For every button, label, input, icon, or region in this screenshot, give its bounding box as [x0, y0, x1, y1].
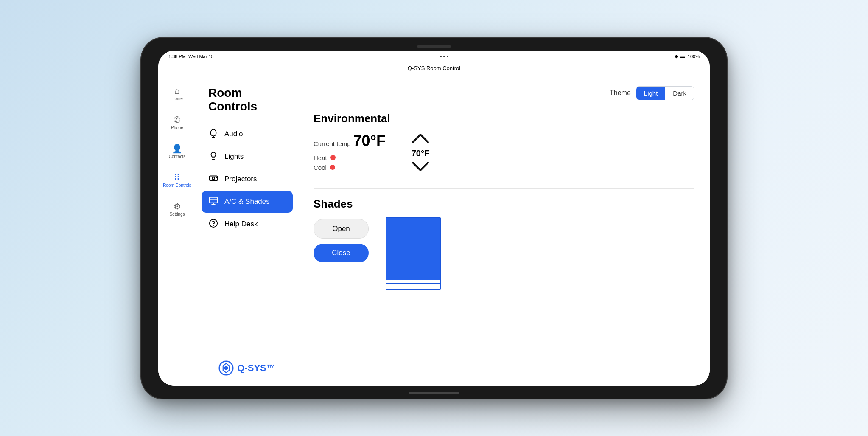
status-dot-3 [447, 56, 448, 57]
qsys-logo-text: Q-SYS™ [237, 363, 275, 374]
main-content: ⌂ Home ✆ Phone 👤 Contacts ⠿ Room Control… [158, 74, 710, 386]
temp-control: 70°F [411, 132, 430, 175]
svg-rect-3 [210, 176, 217, 180]
sidebar-item-phone-label: Phone [171, 125, 183, 130]
menu-item-help-desk[interactable]: Help Desk [202, 214, 293, 235]
menu-item-ac-shades[interactable]: A/C & Shades [202, 191, 293, 213]
menu-items-list: Audio Lights [196, 124, 298, 235]
heat-indicator [330, 155, 336, 160]
status-bar: 1:38 PM Wed Mar 15 ◆ ▬ 100% [158, 51, 710, 62]
menu-panel: RoomControls Audio [196, 74, 298, 386]
room-controls-icon: ⠿ [174, 173, 180, 182]
ac-shades-icon [208, 196, 218, 208]
status-date: Wed Mar 15 [188, 54, 214, 59]
help-desk-icon [208, 219, 218, 230]
menu-item-help-desk-label: Help Desk [224, 220, 258, 228]
current-temp-value: 70°F [353, 132, 386, 150]
temp-setpoint-value: 70°F [412, 149, 429, 158]
section-divider [314, 188, 694, 189]
status-bar-center [440, 56, 448, 57]
qsys-logo: Q-SYS™ [218, 360, 275, 376]
env-left: Current temp 70°F Heat Cool [314, 132, 386, 171]
app-title: Q-SYS Room Control [408, 65, 460, 71]
contacts-icon: 👤 [172, 144, 182, 153]
heat-cool-row: Heat Cool [314, 154, 386, 171]
sidebar-nav: ⌂ Home ✆ Phone 👤 Contacts ⠿ Room Control… [158, 74, 196, 386]
sidebar-item-room-controls-label: Room Controls [163, 183, 191, 188]
cool-indicator [330, 165, 335, 170]
tablet-frame: 1:38 PM Wed Mar 15 ◆ ▬ 100% Q-SYS Room C… [141, 38, 727, 399]
temp-up-button[interactable] [411, 132, 430, 146]
shade-fill [386, 218, 440, 280]
phone-icon: ✆ [174, 115, 181, 124]
sidebar-item-settings-label: Settings [169, 212, 185, 217]
content-panel: Theme Light Dark Environmental Current t… [298, 74, 710, 386]
theme-row: Theme Light Dark [314, 86, 694, 100]
sidebar-item-contacts[interactable]: 👤 Contacts [161, 139, 193, 164]
svg-point-13 [224, 366, 228, 370]
theme-label: Theme [610, 89, 631, 97]
title-bar: Q-SYS Room Control [158, 62, 710, 74]
environmental-section: Environmental Current temp 70°F Heat [314, 112, 694, 175]
status-bar-left: 1:38 PM Wed Mar 15 [168, 54, 214, 59]
menu-footer: Q-SYS™ [196, 350, 298, 386]
theme-dark-button[interactable]: Dark [665, 87, 694, 100]
sidebar-item-contacts-label: Contacts [169, 154, 185, 159]
menu-item-audio-label: Audio [224, 130, 243, 138]
lights-icon [208, 151, 218, 163]
menu-item-projectors[interactable]: Projectors [202, 169, 293, 190]
shade-bottom-bar [386, 283, 440, 289]
environmental-content: Current temp 70°F Heat Cool [314, 132, 694, 175]
temp-down-button[interactable] [411, 161, 430, 175]
shades-title: Shades [314, 197, 694, 211]
sidebar-item-home[interactable]: ⌂ Home [161, 81, 193, 107]
current-temp-row: Current temp 70°F [314, 132, 386, 150]
environmental-title: Environmental [314, 112, 694, 125]
shade-open-button[interactable]: Open [314, 219, 369, 239]
sidebar-item-phone[interactable]: ✆ Phone [161, 110, 193, 135]
current-temp-label: Current temp [314, 140, 351, 147]
svg-point-4 [212, 177, 215, 180]
status-time: 1:38 PM [168, 54, 186, 59]
status-dot-2 [443, 56, 445, 57]
shades-section: Shades Open Close [314, 197, 694, 290]
env-right: 70°F [411, 132, 430, 175]
sidebar-item-room-controls[interactable]: ⠿ Room Controls [161, 168, 193, 193]
sidebar-item-settings[interactable]: ⚙ Settings [161, 197, 193, 222]
menu-item-lights[interactable]: Lights [202, 146, 293, 168]
battery-icon: ▬ [680, 54, 685, 59]
menu-panel-title: RoomControls [196, 74, 298, 124]
menu-item-lights-label: Lights [224, 152, 244, 161]
cool-label: Cool [314, 164, 327, 171]
status-bar-right: ◆ ▬ 100% [675, 53, 700, 59]
menu-item-ac-shades-label: A/C & Shades [224, 197, 270, 206]
heat-row: Heat [314, 154, 386, 161]
audio-icon [208, 129, 218, 140]
shades-buttons: Open Close [314, 219, 369, 262]
status-dot-1 [440, 56, 442, 57]
battery-percent: 100% [688, 54, 700, 59]
svg-point-11 [213, 225, 214, 225]
signal-icon: ◆ [675, 53, 678, 59]
home-icon: ⌂ [174, 87, 179, 95]
menu-item-projectors-label: Projectors [224, 175, 257, 183]
shade-close-button[interactable]: Close [314, 244, 369, 262]
screen: 1:38 PM Wed Mar 15 ◆ ▬ 100% Q-SYS Room C… [158, 51, 710, 386]
theme-light-button[interactable]: Light [636, 87, 666, 100]
shades-content: Open Close [314, 217, 694, 290]
shade-visualizer [386, 217, 441, 290]
theme-toggle: Light Dark [636, 86, 694, 100]
menu-item-audio[interactable]: Audio [202, 124, 293, 145]
heat-label: Heat [314, 154, 327, 161]
settings-icon: ⚙ [174, 202, 181, 211]
svg-rect-6 [210, 197, 217, 203]
projectors-icon [208, 174, 218, 185]
sidebar-item-home-label: Home [171, 96, 183, 101]
cool-row: Cool [314, 164, 386, 171]
